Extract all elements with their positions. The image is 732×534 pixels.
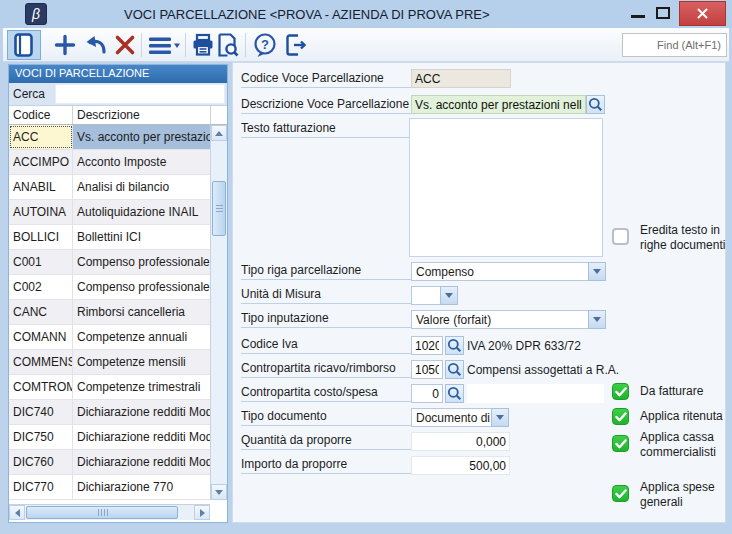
toolbar-separator [141, 33, 142, 57]
chevron-down-icon [593, 269, 601, 274]
contropartita-costo-label: Contropartita costo/spesa [241, 385, 411, 402]
list-vertical-scrollbar[interactable] [210, 125, 227, 500]
checkbox-applica-ritenuta-label[interactable]: Applica ritenuta [640, 409, 732, 424]
row-desc: Competenze mensili [73, 350, 210, 374]
row-code: AUTOINA [9, 200, 73, 224]
contropartita-ricavo-description: Compensi assogettati a R.A. [467, 363, 619, 377]
exit-button[interactable] [281, 30, 311, 60]
contropartita-ricavo-input[interactable] [411, 360, 443, 379]
row-desc: Rimborsi cancelleria [73, 300, 210, 324]
help-button[interactable]: ? [250, 30, 280, 60]
checkbox-applica-cassa-label[interactable]: Applica cassa commercialisti [640, 430, 732, 460]
column-header-descrizione[interactable]: Descrizione [73, 106, 211, 124]
checkbox-applica-spese[interactable] [612, 485, 629, 502]
titlebar: β VOCI PARCELLAZIONE <PROVA - AZIENDA DI… [0, 0, 732, 28]
scroll-down-button[interactable] [211, 484, 227, 500]
records-panel-icon [12, 32, 36, 58]
list-item[interactable]: BOLLICI Bollettini ICI [9, 225, 210, 250]
triangle-left-icon [15, 509, 20, 517]
magnifier-icon [588, 97, 603, 112]
testo-fatturazione-textarea[interactable] [409, 118, 603, 257]
magnifier-icon [447, 386, 462, 401]
descrizione-lookup-button[interactable] [586, 95, 605, 114]
importo-label: Importo da proporre [241, 457, 411, 474]
dropdown-arrow-button[interactable] [588, 262, 606, 281]
descrizione-voce-input[interactable] [411, 95, 586, 114]
tipo-riga-dropdown[interactable]: Compenso [411, 262, 606, 281]
toolbar-separator [185, 33, 186, 57]
codice-iva-input[interactable] [411, 336, 443, 355]
checkbox-eredita-testo-label[interactable]: Eredita testo in righe documenti [640, 223, 732, 253]
scroll-left-button[interactable] [9, 505, 25, 520]
records-panel-button[interactable] [7, 30, 41, 60]
minimize-button[interactable] [631, 15, 645, 18]
print-preview-button[interactable] [214, 30, 242, 60]
list-item[interactable]: ACCIMPO Acconto Imposte [9, 150, 210, 175]
horizontal-scroll-thumb[interactable] [26, 506, 178, 519]
list-item[interactable]: DIC740 Dichiarazione redditi Mod.. [9, 400, 210, 425]
codice-voce-input[interactable] [411, 69, 511, 88]
list-item[interactable]: COMTROM Competenze trimestrali [9, 375, 210, 400]
row-code: DIC770 [9, 475, 73, 499]
search-input[interactable] [55, 84, 225, 104]
vertical-scroll-thumb[interactable] [212, 181, 226, 236]
list-item[interactable]: AUTOINA Autoliquidazione INAIL [9, 200, 210, 225]
list-item[interactable]: ACC Vs. acconto per prestazio. [9, 125, 210, 150]
search-row: Cerca [9, 83, 227, 106]
list-item[interactable]: C002 Compenso professionale .. [9, 275, 210, 300]
list-item[interactable]: COMANN Competenze annuali [9, 325, 210, 350]
dropdown-arrow-button[interactable] [588, 310, 606, 329]
row-code: C001 [9, 250, 73, 274]
checkbox-da-fatturare[interactable] [612, 383, 629, 400]
unita-misura-dropdown[interactable] [411, 286, 458, 305]
dropdown-arrow-button[interactable] [440, 286, 458, 305]
codice-iva-lookup-button[interactable] [445, 336, 464, 355]
row-code: CANC [9, 300, 73, 324]
tipo-documento-dropdown[interactable]: Documento di... [411, 408, 509, 427]
list-item[interactable]: CANC Rimborsi cancelleria [9, 300, 210, 325]
find-input[interactable] [622, 33, 727, 57]
column-header-codice[interactable]: Codice [9, 106, 73, 124]
checkbox-applica-cassa[interactable] [612, 435, 629, 452]
list-horizontal-scrollbar[interactable] [9, 504, 210, 520]
dropdown-arrow-button[interactable] [491, 408, 509, 427]
importo-input[interactable] [411, 456, 510, 475]
row-code: DIC750 [9, 425, 73, 449]
maximize-button[interactable] [656, 7, 670, 19]
list-item[interactable]: C001 Compenso professionale .. [9, 250, 210, 275]
contropartita-ricavo-lookup-button[interactable] [445, 360, 464, 379]
dropdown-value: Compenso [411, 262, 588, 281]
scroll-right-button[interactable] [194, 505, 210, 520]
close-icon [697, 8, 708, 19]
list-item[interactable]: DIC770 Dichiarazione 770 [9, 475, 210, 500]
menu-button[interactable] [144, 30, 183, 60]
print-button[interactable] [188, 30, 217, 60]
tipo-inputazione-dropdown[interactable]: Valore (forfait) [411, 310, 606, 329]
scroll-up-button[interactable] [211, 125, 227, 141]
checkbox-eredita-testo[interactable] [612, 228, 629, 245]
dropdown-value: Valore (forfait) [411, 310, 588, 329]
row-desc: Dichiarazione 770 [73, 475, 210, 499]
list-item[interactable]: DIC760 Dichiarazione redditi Mod.. [9, 450, 210, 475]
list-item[interactable]: COMMENS Competenze mensili [9, 350, 210, 375]
checkbox-da-fatturare-label[interactable]: Da fatturare [640, 384, 732, 399]
checkbox-applica-ritenuta[interactable] [612, 408, 629, 425]
close-button[interactable] [679, 1, 726, 26]
delete-record-button[interactable] [110, 30, 140, 60]
quantita-input[interactable] [411, 432, 510, 451]
app-window: β VOCI PARCELLAZIONE <PROVA - AZIENDA DI… [0, 0, 732, 534]
detail-form: Codice Voce Parcellazione Descrizione Vo… [232, 62, 726, 523]
chevron-down-icon [593, 317, 601, 322]
undo-button[interactable] [80, 30, 111, 60]
contropartita-costo-lookup-button[interactable] [445, 384, 464, 403]
row-code: DIC740 [9, 400, 73, 424]
checkbox-applica-spese-label[interactable]: Applica spese generali [640, 480, 732, 510]
row-code: ANABIL [9, 175, 73, 199]
contropartita-costo-input[interactable] [411, 384, 443, 403]
list-item[interactable]: ANABIL Analisi di bilancio [9, 175, 210, 200]
list-item[interactable]: DIC750 Dichiarazione redditi Mod.. [9, 425, 210, 450]
tipo-riga-label: Tipo riga parcellazione [241, 263, 411, 280]
chevron-down-icon [496, 415, 504, 420]
sidebar-panel: VOCI DI PARCELLAZIONE Cerca Codice Descr… [8, 64, 228, 523]
add-record-button[interactable] [50, 30, 80, 60]
